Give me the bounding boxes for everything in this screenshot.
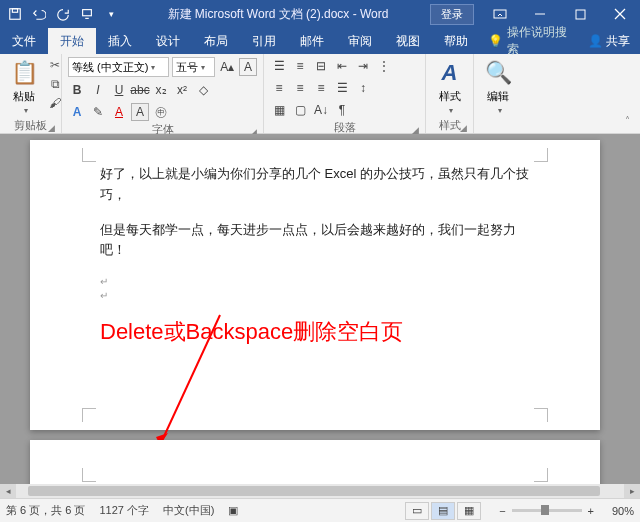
styles-icon: A — [436, 59, 464, 87]
redo-icon[interactable] — [52, 3, 74, 25]
tab-design[interactable]: 设计 — [144, 28, 192, 54]
character-border-icon[interactable]: A — [239, 58, 257, 76]
quick-access-toolbar: ▾ — [0, 0, 126, 28]
bullets-icon[interactable]: ☰ — [270, 57, 288, 75]
superscript-button[interactable]: x² — [173, 81, 191, 99]
line-spacing-icon[interactable]: ↕ — [354, 79, 372, 97]
svg-rect-5 — [576, 10, 585, 19]
page-1[interactable]: 好了，以上就是小编为你们分享的几个 Excel 的办公技巧，虽然只有几个技巧， … — [30, 140, 600, 430]
word-count[interactable]: 1127 个字 — [99, 503, 149, 518]
zoom-thumb[interactable] — [541, 505, 549, 515]
document-area[interactable]: 好了，以上就是小编为你们分享的几个 Excel 的办公技巧，虽然只有几个技巧， … — [0, 134, 640, 498]
read-mode-icon[interactable]: ▭ — [405, 502, 429, 520]
increase-indent-icon[interactable]: ⇥ — [354, 57, 372, 75]
tab-mailings[interactable]: 邮件 — [288, 28, 336, 54]
scroll-right-icon[interactable]: ▸ — [624, 484, 640, 498]
align-center-icon[interactable]: ≡ — [291, 79, 309, 97]
font-color-icon[interactable]: A — [110, 103, 128, 121]
tell-me-search[interactable]: 💡 操作说明搜索 — [480, 28, 578, 54]
decrease-indent-icon[interactable]: ⇤ — [333, 57, 351, 75]
share-icon: 👤 — [588, 34, 603, 48]
paste-label: 粘贴 — [13, 89, 35, 104]
zoom-level[interactable]: 90% — [600, 505, 634, 517]
qat-more-icon[interactable]: ▾ — [100, 3, 122, 25]
tab-help[interactable]: 帮助 — [432, 28, 480, 54]
zoom-in-button[interactable]: + — [584, 505, 598, 517]
print-layout-icon[interactable]: ▤ — [431, 502, 455, 520]
styles-label: 样式 — [439, 89, 461, 104]
window-title: 新建 Microsoft Word 文档 (2).docx - Word — [126, 6, 430, 23]
qat-customize-icon[interactable] — [76, 3, 98, 25]
editing-label: 编辑 — [487, 89, 509, 104]
tab-references[interactable]: 引用 — [240, 28, 288, 54]
align-left-icon[interactable]: ≡ — [270, 79, 288, 97]
grow-font-icon[interactable]: A▴ — [218, 58, 236, 76]
font-size-combo[interactable]: 五号▾ — [172, 57, 216, 77]
login-button[interactable]: 登录 — [430, 4, 474, 25]
page-indicator[interactable]: 第 6 页，共 6 页 — [6, 503, 85, 518]
share-label: 共享 — [606, 33, 630, 50]
multilevel-list-icon[interactable]: ⊟ — [312, 57, 330, 75]
zoom-out-button[interactable]: − — [495, 505, 509, 517]
zoom-slider[interactable] — [512, 509, 582, 512]
styles-group-label: 样式 — [439, 119, 461, 131]
tab-file[interactable]: 文件 — [0, 28, 48, 54]
text-effects-icon[interactable]: A — [68, 103, 86, 121]
show-marks-icon[interactable]: ¶ — [333, 101, 351, 119]
sort-icon[interactable]: A↓ — [312, 101, 330, 119]
group-clipboard: 📋 粘贴 ▾ ✂ ⧉ 🖌 剪贴板◢ — [0, 54, 62, 133]
macro-recorder-icon[interactable]: ▣ — [228, 504, 238, 517]
save-icon[interactable] — [4, 3, 26, 25]
italic-button[interactable]: I — [89, 81, 107, 99]
tab-home[interactable]: 开始 — [48, 28, 96, 54]
tab-view[interactable]: 视图 — [384, 28, 432, 54]
dialog-launcher-icon[interactable]: ◢ — [460, 123, 467, 133]
scroll-left-icon[interactable]: ◂ — [0, 484, 16, 498]
share-button[interactable]: 👤 共享 — [578, 28, 640, 54]
font-name-combo[interactable]: 等线 (中文正文)▾ — [68, 57, 169, 77]
subscript-button[interactable]: x₂ — [152, 81, 170, 99]
justify-icon[interactable]: ☰ — [333, 79, 351, 97]
horizontal-scrollbar[interactable]: ◂ ▸ — [0, 484, 640, 498]
numbering-icon[interactable]: ≡ — [291, 57, 309, 75]
paragraph-group-label: 段落 — [334, 121, 356, 133]
asian-layout-icon[interactable]: ⋮ — [375, 57, 393, 75]
group-editing: 🔍 编辑 ▾ — [474, 54, 522, 133]
bold-button[interactable]: B — [68, 81, 86, 99]
group-styles: A 样式 ▾ 样式◢ — [426, 54, 474, 133]
tab-layout[interactable]: 布局 — [192, 28, 240, 54]
highlight-icon[interactable]: ✎ — [89, 103, 107, 121]
enclose-characters-icon[interactable]: ㊥ — [152, 103, 170, 121]
tab-review[interactable]: 审阅 — [336, 28, 384, 54]
svg-rect-2 — [83, 10, 92, 16]
paragraph-mark: ↵ — [100, 289, 530, 303]
paste-button[interactable]: 📋 粘贴 ▾ — [6, 57, 42, 117]
paste-icon: 📋 — [10, 59, 38, 87]
paragraph-mark: ↵ — [100, 275, 530, 289]
borders-icon[interactable]: ▢ — [291, 101, 309, 119]
status-bar: 第 6 页，共 6 页 1127 个字 中文(中国) ▣ ▭ ▤ ▦ − + 9… — [0, 498, 640, 522]
find-icon: 🔍 — [484, 59, 512, 87]
strikethrough-button[interactable]: abc — [131, 81, 149, 99]
undo-icon[interactable] — [28, 3, 50, 25]
close-icon[interactable] — [600, 0, 640, 28]
underline-button[interactable]: U — [110, 81, 128, 99]
dialog-launcher-icon[interactable]: ◢ — [48, 123, 55, 133]
align-right-icon[interactable]: ≡ — [312, 79, 330, 97]
clear-formatting-icon[interactable]: ◇ — [194, 81, 212, 99]
editing-button[interactable]: 🔍 编辑 ▾ — [480, 57, 516, 117]
shading-icon[interactable]: ▦ — [270, 101, 288, 119]
scroll-thumb[interactable] — [28, 486, 600, 496]
collapse-ribbon-icon[interactable]: ˄ — [618, 111, 636, 129]
zoom-control: − + 90% — [495, 505, 634, 517]
language-indicator[interactable]: 中文(中国) — [163, 503, 214, 518]
scroll-track[interactable] — [16, 484, 624, 498]
tab-insert[interactable]: 插入 — [96, 28, 144, 54]
tell-me-label: 操作说明搜索 — [507, 24, 578, 58]
character-shading-icon[interactable]: A — [131, 103, 149, 121]
svg-rect-0 — [10, 9, 21, 20]
ribbon-tabs: 文件 开始 插入 设计 布局 引用 邮件 审阅 视图 帮助 💡 操作说明搜索 👤… — [0, 28, 640, 54]
styles-button[interactable]: A 样式 ▾ — [432, 57, 468, 117]
ribbon: 📋 粘贴 ▾ ✂ ⧉ 🖌 剪贴板◢ 等线 (中文正文)▾ 五号▾ A▴ A — [0, 54, 640, 134]
web-layout-icon[interactable]: ▦ — [457, 502, 481, 520]
